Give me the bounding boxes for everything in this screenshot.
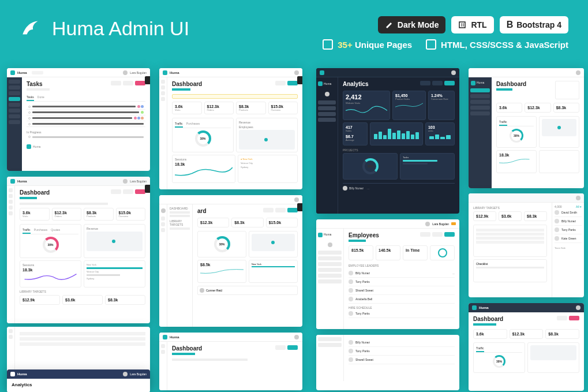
screenshot-dashboard-dark-side: Huma Dashboard 3.6k $12.3k $8.3k Traffic… — [469, 68, 584, 188]
screenshot-dashboard-side-panel: LIBRARY TARGETS $12.9k $3.6k $8.3k Check… — [469, 193, 584, 297]
svg-rect-0 — [459, 22, 465, 28]
screenshot-analytics-navy: HumaLara Bogdan Analytics — [7, 369, 150, 392]
screenshot-employees: Lara Bogdan Huma Employees 815.5k 140.5k… — [316, 219, 459, 329]
dark-mode-badge: Dark Mode — [378, 16, 446, 33]
feature-badges: Dark Mode RTL B Bootstrap 4 — [378, 16, 568, 33]
rtl-badge: RTL — [451, 16, 493, 33]
screenshot-dashboard-dark-top: Huma Dashboard 3.6k $12.3k $8.3k Traffic — [469, 303, 584, 391]
screenshot-dashboard-3: DASHBOARDLIBRARY TARGETS ard $12.3k $8.3… — [159, 195, 302, 327]
promo-header: Huma Admin UI Dark Mode RTL B Bootstrap … — [0, 0, 588, 57]
tech-tagline: HTML, CSS/SCSS & JavaScript — [426, 39, 568, 50]
pages-tagline: 35+ Unique Pages — [323, 39, 412, 50]
pages-icon — [323, 39, 333, 50]
screenshot-dashboard-1: Huma Dashboard 3.6kVisits $12.3kOrders $… — [159, 68, 302, 189]
brand: Huma Admin UI — [20, 16, 189, 40]
bootstrap-icon: B — [507, 20, 514, 30]
bootstrap-badge: B Bootstrap 4 — [500, 16, 568, 33]
code-icon — [426, 39, 436, 50]
product-title: Huma Admin UI — [52, 17, 189, 40]
screenshot-dashboard-partial: Huma Dashboard — [159, 333, 302, 390]
screenshot-dashboard-2: HumaLara Bogdan Dashboard 3.6kVisits $12… — [7, 177, 150, 323]
bird-logo-icon — [20, 16, 44, 40]
rtl-icon — [458, 20, 467, 29]
sidebar[interactable] — [7, 77, 22, 171]
screenshot-tasks: HumaLara Bogdan Tasks TasksDone In Progr… — [7, 68, 150, 171]
brush-icon — [385, 20, 394, 29]
screenshot-analytics-dark: Huma Analytics 2,412Website Visits $1,45… — [316, 68, 459, 214]
screenshot-list-partial: Billy Nunez Tony Parks Sharell Sweet — [316, 335, 459, 390]
